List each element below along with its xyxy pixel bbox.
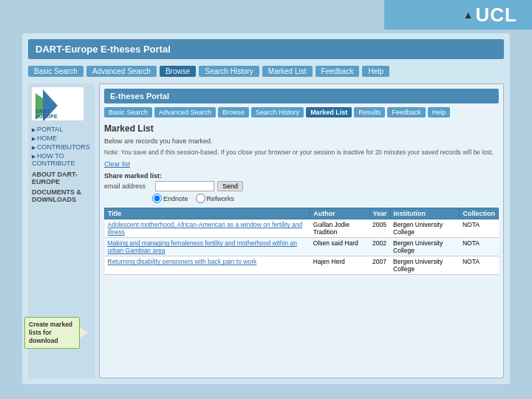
clear-list-link[interactable]: Clear list [104,160,499,168]
row-title[interactable]: Making and managing femaleness fertility… [105,238,310,256]
dart-header-bar: DART-Europe E-theses Portal [28,39,504,59]
row-title[interactable]: Returning disability pensioners with bac… [105,256,310,275]
sidebar-item-home[interactable]: HOME [32,134,91,143]
nav-advanced-search[interactable]: Advanced Search [86,66,157,77]
endnote-option[interactable]: Endnote [152,194,188,203]
nav-search-history[interactable]: Search History [199,66,259,77]
share-row: email address Send [104,181,499,191]
top-nav: Basic Search Advanced Search Browse Sear… [28,64,504,79]
inner-nav-browse[interactable]: Browse [218,107,249,117]
inner-nav: Basic Search Advanced Search Browse Sear… [104,107,499,117]
email-input[interactable] [155,181,214,191]
send-button[interactable]: Send [217,181,243,191]
sidebar: DARTEUROPE PORTAL HOME CONTRIBUTORS HOW … [28,83,95,378]
table-row: Adolescent motherhood, African-American … [105,219,499,238]
main-container: DART-Europe E-theses Portal Basic Search… [22,33,510,384]
marked-list-title: Marked List [104,123,499,134]
row-year: 2007 [369,256,390,275]
sidebar-about: ABOUT DART-EUROPE [32,171,91,185]
row-institution: Bergen University College [390,238,460,256]
col-collection: Collection [460,208,499,219]
col-institution: Institution [390,208,460,219]
marked-list-note: Note: You save and if this session-based… [104,149,499,157]
col-title: Title [105,208,310,219]
ucl-logo: UCL [476,4,517,27]
row-author: Guillan Jodie Tradition [310,219,369,238]
dart-header-title: DART-Europe E-theses Portal [35,44,171,55]
refworks-radio[interactable] [196,194,205,203]
inner-nav-help[interactable]: Help [428,107,451,117]
nav-basic-search[interactable]: Basic Search [28,66,83,77]
row-collection: NOTA [460,219,499,238]
row-title[interactable]: Adolescent motherhood, African-American … [105,219,310,238]
inner-nav-feedback[interactable]: Feedback [387,107,426,117]
ucl-header: ▲ UCL [384,0,532,30]
callout-box: Create marked lists for download [24,317,80,349]
logo-text: DARTEUROPE [35,109,58,119]
inner-nav-marked-list[interactable]: Marked List [306,107,352,117]
content-area: DARTEUROPE PORTAL HOME CONTRIBUTORS HOW … [28,83,504,378]
inner-nav-basic-search[interactable]: Basic Search [104,107,152,117]
main-panel: E-theses Portal Basic Search Advanced Se… [99,83,504,378]
endnote-label: Endnote [163,195,188,202]
format-radio-row: Endnote Refworks [152,194,499,203]
sidebar-item-contributors[interactable]: CONTRIBUTORS [32,143,91,151]
row-year: 2005 [369,219,390,238]
sidebar-item-how-to[interactable]: HOW TO CONTRIBUTE [32,151,91,168]
row-institution: Bergen University College [390,256,460,275]
dart-logo: DARTEUROPE [32,87,83,120]
row-collection: NOTA [460,238,499,256]
ucl-arrow-icon: ▲ [463,9,474,21]
col-author: Author [310,208,369,219]
nav-help[interactable]: Help [362,66,389,77]
inner-nav-advanced-search[interactable]: Advanced Search [154,107,216,117]
inner-nav-results[interactable]: Results [354,107,385,117]
endnote-radio[interactable] [152,194,162,203]
col-year: Year [369,208,390,219]
row-institution: Bergen University College [390,219,460,238]
callout-arrow-icon [79,327,88,338]
nav-feedback[interactable]: Feedback [316,66,360,77]
inner-panel-header: E-theses Portal [104,89,499,103]
callout-container: Create marked lists for download [24,317,89,349]
row-year: 2002 [369,238,390,256]
share-section: Share marked list: email address Send En… [104,172,499,203]
row-author: Olsen said Hard [310,238,369,256]
row-collection: NOTA [460,256,499,275]
sidebar-documents: DOCUMENTS & DOWNLOADS [32,188,91,203]
nav-marked-list[interactable]: Marked List [262,66,313,77]
nav-browse[interactable]: Browse [160,66,196,77]
share-title: Share marked list: [104,172,499,180]
inner-nav-search-history[interactable]: Search History [251,107,304,117]
results-table: Title Author Year Institution Collection… [104,208,499,275]
table-row: Making and managing femaleness fertility… [105,238,499,256]
row-author: Hajen Herd [310,256,369,275]
sidebar-item-portal[interactable]: PORTAL [32,125,91,134]
refworks-label: Refworks [207,195,235,202]
refworks-option[interactable]: Refworks [196,194,235,203]
table-row: Returning disability pensioners with bac… [105,256,499,275]
email-label: email address [104,183,152,190]
marked-list-info: Below are records you have marked. [104,137,499,146]
